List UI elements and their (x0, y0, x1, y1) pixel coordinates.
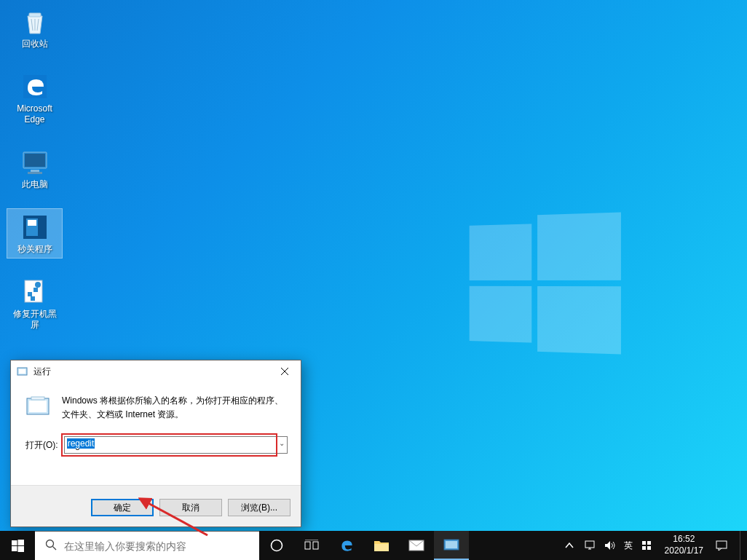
taskbar-mail[interactable] (399, 531, 434, 560)
show-desktop-button[interactable] (740, 531, 744, 560)
folder-icon (374, 539, 390, 552)
search-icon (45, 539, 57, 553)
ime-mode-icon[interactable] (640, 540, 653, 551)
svg-rect-23 (17, 546, 24, 552)
svg-line-25 (53, 546, 57, 550)
taskbar: 英 16:52 2020/1/17 (0, 531, 747, 560)
open-input[interactable] (64, 436, 288, 454)
svg-rect-8 (28, 220, 36, 226)
taskbar-clock[interactable]: 16:52 2020/1/17 (660, 534, 708, 556)
svg-rect-21 (17, 540, 24, 545)
svg-rect-12 (31, 296, 35, 301)
recycle-bin-icon (9, 7, 60, 37)
close-button[interactable] (269, 360, 301, 382)
svg-point-26 (272, 540, 282, 551)
svg-rect-34 (585, 541, 594, 548)
run-icon (17, 366, 28, 377)
desktop-icon-fix-boot[interactable]: 修复开机黑屏 (7, 274, 62, 334)
run-dialog: 运行 Windows 将根据你所输入的名称，为你打开相应的程序、文件夹、文档或 … (10, 360, 301, 527)
cortana-icon (270, 539, 283, 552)
mail-icon (408, 540, 424, 551)
svg-rect-37 (642, 541, 646, 545)
svg-rect-18 (31, 397, 44, 400)
clock-time: 16:52 (665, 534, 703, 545)
volume-icon[interactable] (604, 540, 617, 551)
svg-rect-30 (374, 544, 389, 551)
open-combobox[interactable]: regedit ⌄ (64, 436, 288, 454)
svg-rect-33 (446, 541, 457, 548)
taskbar-run-app[interactable] (434, 531, 469, 560)
close-icon (280, 367, 289, 376)
icon-label: 秒关程序 (9, 244, 60, 255)
cancel-button[interactable]: 取消 (159, 499, 222, 516)
desktop-icon-miaoguan[interactable]: 秒关程序 (7, 209, 62, 258)
search-input[interactable] (64, 540, 259, 552)
svg-rect-11 (33, 288, 38, 292)
taskbar-file-explorer[interactable] (364, 531, 399, 560)
tray-chevron-up-icon[interactable] (563, 543, 576, 548)
action-center-icon[interactable] (715, 540, 728, 551)
open-label: 打开(O): (25, 439, 58, 451)
svg-rect-10 (28, 292, 32, 296)
edge-icon (339, 537, 355, 553)
icon-label: 修复开机黑屏 (9, 309, 60, 331)
task-view-icon (304, 540, 319, 551)
taskbar-search[interactable] (35, 531, 259, 560)
run-large-icon (25, 394, 52, 420)
browse-button[interactable]: 浏览(B)... (228, 499, 290, 516)
svg-rect-17 (29, 401, 47, 412)
ime-indicator[interactable]: 英 (624, 540, 633, 552)
taskbar-edge[interactable] (329, 531, 364, 560)
svg-rect-28 (313, 542, 318, 549)
task-view-button[interactable] (294, 531, 329, 560)
network-icon[interactable] (583, 540, 596, 551)
ok-button[interactable]: 确定 (91, 499, 154, 516)
svg-rect-5 (28, 172, 42, 174)
icon-label: 回收站 (9, 39, 60, 50)
desktop-icons: 回收站 Microsoft Edge 此电脑 秒关程序 修复开机黑屏 (7, 4, 62, 350)
svg-rect-20 (12, 540, 17, 545)
run-icon (443, 538, 459, 551)
desktop[interactable]: 回收站 Microsoft Edge 此电脑 秒关程序 修复开机黑屏 (0, 0, 747, 560)
edge-icon (9, 71, 60, 102)
cortana-button[interactable] (259, 531, 294, 560)
app-icon (9, 277, 60, 307)
svg-rect-4 (31, 170, 39, 172)
desktop-icon-edge[interactable]: Microsoft Edge (7, 68, 62, 128)
start-button[interactable] (0, 531, 35, 560)
desktop-icon-recycle-bin[interactable]: 回收站 (7, 4, 62, 52)
selected-text: regedit (67, 438, 95, 449)
svg-rect-0 (29, 13, 41, 17)
clock-date: 2020/1/17 (665, 545, 703, 557)
dialog-title: 运行 (33, 366, 269, 378)
dialog-description: Windows 将根据你所输入的名称，为你打开相应的程序、文件夹、文档或 Int… (62, 394, 286, 422)
svg-rect-15 (19, 369, 25, 374)
icon-label: Microsoft Edge (9, 103, 60, 125)
this-pc-icon (9, 147, 60, 178)
svg-rect-41 (716, 541, 727, 548)
svg-rect-38 (647, 541, 651, 545)
svg-rect-3 (25, 154, 45, 167)
icon-label: 此电脑 (9, 179, 60, 190)
titlebar[interactable]: 运行 (11, 360, 301, 382)
svg-point-13 (35, 282, 41, 288)
svg-rect-22 (12, 546, 17, 551)
app-icon (9, 212, 60, 242)
windows-icon (12, 540, 24, 552)
svg-rect-40 (647, 546, 651, 550)
desktop-icon-this-pc[interactable]: 此电脑 (7, 144, 62, 193)
wallpaper-windows-logo (470, 212, 621, 352)
svg-rect-39 (642, 546, 646, 550)
system-tray: 英 16:52 2020/1/17 (563, 531, 747, 560)
svg-point-24 (47, 540, 54, 547)
svg-rect-27 (305, 542, 310, 549)
